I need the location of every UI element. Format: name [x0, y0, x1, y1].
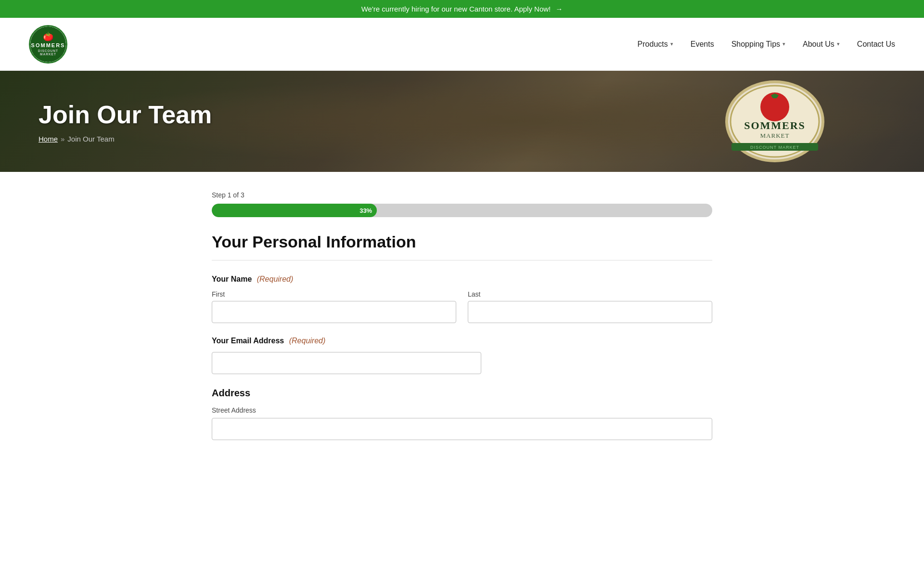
nav-item-about-us[interactable]: About Us ▾ — [803, 40, 840, 49]
nav-label-products: Products — [638, 40, 668, 49]
name-field-group: Your Name (Required) First Last — [212, 275, 712, 323]
chevron-down-icon: ▾ — [837, 41, 840, 47]
logo-brand-sub: DISCOUNT MARKET — [30, 49, 66, 57]
svg-text:MARKET: MARKET — [760, 132, 790, 139]
nav-label-shopping-tips: Shopping Tips — [732, 40, 780, 49]
main-nav: Products ▾ Events Shopping Tips ▾ About … — [638, 40, 895, 49]
step-label: Step 1 of 3 — [212, 191, 712, 199]
logo[interactable]: 🍅 SOMMERS DISCOUNT MARKET — [29, 25, 67, 64]
first-name-input[interactable] — [212, 301, 456, 323]
banner-link[interactable]: → — [555, 5, 563, 13]
hero-sign-decoration: SOMMERS MARKET DISCOUNT MARKET — [722, 78, 828, 165]
progress-bar-fill: 33% — [212, 204, 377, 217]
nav-item-contact-us[interactable]: Contact Us — [857, 40, 895, 49]
address-section-label: Address — [212, 388, 712, 399]
logo-brand-name: SOMMERS — [31, 42, 65, 49]
logo-tomato-icon: 🍅 — [43, 32, 54, 42]
breadcrumb: Home » Join Our Team — [38, 135, 212, 143]
logo-circle: 🍅 SOMMERS DISCOUNT MARKET — [29, 25, 67, 64]
header: 🍅 SOMMERS DISCOUNT MARKET Products ▾ Eve… — [0, 18, 924, 71]
email-field-label: Your Email Address (Required) — [212, 337, 712, 345]
name-field-row: First Last — [212, 290, 712, 323]
email-required-badge: (Required) — [289, 337, 326, 345]
chevron-down-icon: ▾ — [783, 41, 785, 47]
nav-label-events: Events — [691, 40, 714, 49]
nav-item-shopping-tips[interactable]: Shopping Tips ▾ — [732, 40, 785, 49]
email-label-text: Your Email Address — [212, 337, 284, 345]
main-content: Step 1 of 3 33% Your Personal Informatio… — [173, 172, 751, 482]
first-name-col: First — [212, 290, 456, 323]
nav-item-products[interactable]: Products ▾ — [638, 40, 673, 49]
progress-percentage: 33% — [359, 207, 372, 214]
email-field-group: Your Email Address (Required) — [212, 337, 712, 374]
last-name-input[interactable] — [468, 301, 712, 323]
hero-title: Join Our Team — [38, 100, 212, 129]
progress-bar: 33% — [212, 204, 712, 217]
nav-label-contact-us: Contact Us — [857, 40, 895, 49]
section-divider — [212, 260, 712, 260]
name-field-label: Your Name (Required) — [212, 275, 712, 284]
last-name-sub-label: Last — [468, 290, 712, 298]
name-label-text: Your Name — [212, 275, 252, 283]
email-field-wrap — [212, 352, 481, 374]
email-input[interactable] — [212, 352, 481, 374]
hero-content: Join Our Team Home » Join Our Team — [0, 100, 212, 143]
breadcrumb-separator: » — [61, 135, 64, 143]
nav-item-events[interactable]: Events — [691, 40, 714, 49]
banner-arrow: → — [555, 5, 563, 13]
street-address-input[interactable] — [212, 418, 712, 440]
last-name-col: Last — [468, 290, 712, 323]
logo-inner: 🍅 SOMMERS DISCOUNT MARKET — [30, 26, 66, 62]
section-title: Your Personal Information — [212, 233, 712, 251]
chevron-down-icon: ▾ — [670, 41, 673, 47]
name-required-badge: (Required) — [257, 275, 294, 283]
banner-text: We're currently hiring for our new Canto… — [361, 5, 551, 13]
breadcrumb-home-link[interactable]: Home — [38, 135, 58, 143]
svg-text:DISCOUNT MARKET: DISCOUNT MARKET — [750, 145, 799, 150]
address-field-group: Address Street Address — [212, 388, 712, 440]
hero-banner: SOMMERS MARKET DISCOUNT MARKET Join Our … — [0, 71, 924, 172]
svg-text:SOMMERS: SOMMERS — [744, 119, 806, 131]
nav-label-about-us: About Us — [803, 40, 834, 49]
top-banner: We're currently hiring for our new Canto… — [0, 0, 924, 18]
street-address-sub-label: Street Address — [212, 406, 712, 414]
first-name-sub-label: First — [212, 290, 456, 298]
breadcrumb-current: Join Our Team — [67, 135, 114, 143]
